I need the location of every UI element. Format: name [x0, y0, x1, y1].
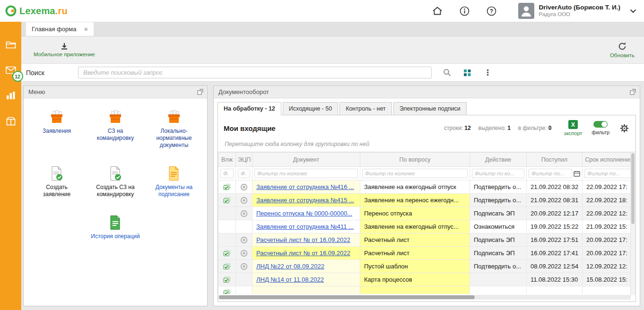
- menu-item-label: Заявления: [43, 128, 71, 135]
- menu-item[interactable]: Документы на подписание: [145, 166, 203, 198]
- table-row[interactable]: Расчетный лист № от 16.09.2022 Расчетный…: [218, 233, 635, 247]
- menu-item[interactable]: Создать СЗ на командировку: [86, 166, 145, 198]
- excel-export-button[interactable]: X экспорт: [564, 120, 582, 136]
- document-link[interactable]: Расчетный лист № от 16.09.2022: [256, 236, 350, 243]
- filter-input[interactable]: [362, 169, 468, 178]
- tab-main-form[interactable]: Главная форма ×: [26, 22, 94, 36]
- folder-icon[interactable]: [6, 41, 16, 49]
- mail-icon[interactable]: 12: [6, 66, 16, 74]
- tab-label: Главная форма: [32, 26, 76, 33]
- info-icon[interactable]: [460, 6, 470, 16]
- filter-input[interactable]: [472, 169, 524, 178]
- signature-icon: [240, 250, 248, 257]
- close-icon[interactable]: ×: [84, 26, 88, 33]
- received-cell: 19.09.2022 15:22: [527, 220, 583, 233]
- expand-panel-icon[interactable]: [630, 89, 636, 95]
- docflow-tab[interactable]: Исходящие - 50: [283, 102, 338, 115]
- table-row[interactable]: Заявление от сотрудника №416 ... Заявлен…: [218, 181, 635, 194]
- filter-input[interactable]: [238, 169, 250, 178]
- menu-item-label: СЗ на командировку: [90, 128, 140, 142]
- filter-toggle[interactable]: фильтр: [592, 121, 609, 135]
- table-row[interactable]: ЛНД №14 от 11.08.2022 Карта процессов 11…: [218, 273, 635, 286]
- package-icon[interactable]: [6, 117, 16, 126]
- vertical-scrollbar-thumb[interactable]: [631, 153, 635, 224]
- document-link[interactable]: Заявление от сотрудника №415 ...: [256, 197, 354, 204]
- received-cell: 08.09.2022 12:54: [527, 260, 583, 273]
- chart-icon[interactable]: [6, 91, 16, 100]
- docflow-tab-label: Контроль - нет: [346, 105, 386, 112]
- filter-input[interactable]: [529, 169, 572, 178]
- grid-area: Влж ЭЦП Документ По вопросу Действие Пос…: [218, 152, 635, 301]
- docflow-tab[interactable]: Контроль - нет: [339, 102, 392, 115]
- due-cell: 20.09.2022 17:: [583, 233, 635, 247]
- lexema-logo[interactable]: Lexema.ru: [5, 5, 68, 17]
- column-header[interactable]: По вопросу: [360, 153, 470, 167]
- menu-item[interactable]: Заявления: [27, 110, 86, 149]
- app-screen: Lexema.ru ? DriverAuto (Борисов Т. И.) Р…: [0, 0, 644, 310]
- document-link[interactable]: Заявление от сотрудника №416 ...: [256, 183, 354, 190]
- filter-input[interactable]: [584, 169, 633, 178]
- mobile-app-button[interactable]: Мобильное приложение: [34, 43, 95, 57]
- gear-icon[interactable]: [620, 124, 629, 133]
- toggle-switch[interactable]: [593, 121, 608, 128]
- due-cell: 22.09.2022 18:: [583, 194, 635, 207]
- document-link[interactable]: Перенос отпуска № 0000-00000...: [256, 210, 352, 217]
- signature-icon: [240, 183, 248, 191]
- attachment-cell: [218, 181, 236, 194]
- table-row[interactable]: Расчетный лист № от 16.09.2022 Расчетный…: [218, 247, 635, 260]
- menu-item[interactable]: Локально-нормативные документы: [145, 110, 203, 149]
- more-vertical-icon[interactable]: ⋮: [484, 68, 492, 78]
- topic-cell: Заявление на перенос ежегодн...: [360, 194, 470, 207]
- horizontal-scrollbar[interactable]: [218, 295, 631, 300]
- docflow-tab[interactable]: На обработку - 12: [218, 102, 281, 115]
- received-cell: 21.09.2022 08:31: [527, 194, 583, 207]
- orange-box-icon: [107, 110, 123, 125]
- calendar-icon[interactable]: [574, 171, 580, 177]
- search-input[interactable]: [78, 67, 432, 78]
- docflow-panel: Документооборот На обработку - 12 Исходя…: [213, 86, 640, 306]
- column-header[interactable]: Поступил: [527, 153, 583, 167]
- table-row[interactable]: Заявление от сотрудника №415 ... Заявлен…: [218, 194, 635, 207]
- document-link[interactable]: ЛНД №22 от 08.09.2022: [256, 263, 324, 270]
- section-title: Мои входящие: [224, 124, 444, 132]
- column-header[interactable]: Действие: [470, 153, 527, 167]
- document-link[interactable]: Расчетный лист № от 16.09.2022: [256, 250, 350, 257]
- filter-input[interactable]: [254, 169, 358, 178]
- table-row[interactable]: Заявление от сотрудника №411 ... Заявлен…: [218, 220, 635, 233]
- menu-panel-header: Меню: [24, 86, 207, 98]
- signature-cell: [236, 273, 252, 286]
- column-header[interactable]: Влж: [218, 153, 236, 167]
- docflow-panel-title: Документооборот: [218, 88, 630, 95]
- help-icon[interactable]: ?: [487, 6, 496, 16]
- menu-item[interactable]: История операций: [86, 215, 145, 240]
- menu-item[interactable]: Создать заявление: [27, 166, 86, 198]
- received-cell: 16.09.2022 17:51: [527, 233, 583, 247]
- user-menu[interactable]: DriverAuto (Борисов Т. И.) Радуга ООО: [518, 3, 636, 19]
- home-icon[interactable]: [432, 6, 443, 16]
- search-options-icon[interactable]: [463, 69, 471, 77]
- received-cell: 16.09.2022 17:41: [527, 247, 583, 260]
- menu-item[interactable]: СЗ на командировку: [86, 110, 145, 149]
- due-cell: 22.09.2022 12:: [583, 207, 635, 220]
- chevron-down-icon[interactable]: [630, 9, 636, 13]
- docflow-tab[interactable]: Электронные подписи: [393, 102, 467, 115]
- user-name: DriverAuto (Борисов Т. И.): [539, 4, 620, 11]
- document-link[interactable]: Заявление от сотрудника №411 ...: [256, 223, 354, 230]
- column-header[interactable]: Срок исполнения: [583, 153, 635, 167]
- topic-cell: Карта процессов: [360, 273, 470, 286]
- vertical-scrollbar[interactable]: [630, 152, 635, 295]
- horizontal-scrollbar-thumb[interactable]: [219, 295, 475, 299]
- document-link[interactable]: ЛНД №14 от 11.08.2022: [256, 276, 324, 283]
- table-row-partial[interactable]: [218, 286, 635, 294]
- filter-input[interactable]: [220, 169, 234, 178]
- search-icon[interactable]: [443, 69, 451, 77]
- table-row[interactable]: Перенос отпуска № 0000-00000... Перенос …: [218, 207, 635, 220]
- attachment-cell: [218, 233, 236, 247]
- document-cell: ЛНД №22 от 08.09.2022: [252, 260, 360, 273]
- refresh-button[interactable]: Обновить: [610, 42, 635, 58]
- column-header[interactable]: Документ: [252, 153, 360, 167]
- column-header[interactable]: ЭЦП: [236, 153, 252, 167]
- table-row[interactable]: ЛНД №22 от 08.09.2022 Пустой шаблон Подт…: [218, 260, 635, 273]
- expand-panel-icon[interactable]: [197, 89, 203, 95]
- search-label: Поиск: [26, 69, 78, 77]
